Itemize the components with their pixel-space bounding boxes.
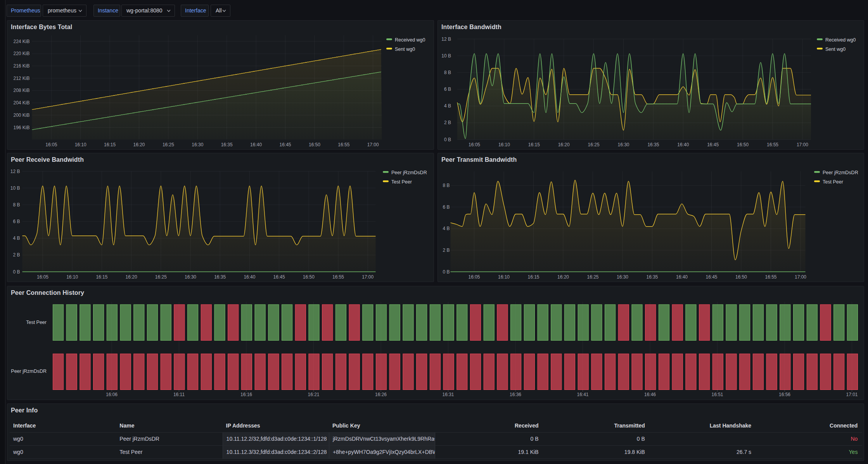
svg-text:16:10: 16:10 [498,274,510,280]
svg-text:16:35: 16:35 [214,274,226,280]
svg-text:16:50: 16:50 [737,142,749,147]
svg-text:16:20: 16:20 [133,142,145,147]
svg-text:16:21: 16:21 [308,392,319,397]
svg-text:8 B: 8 B [443,183,450,188]
svg-text:16:55: 16:55 [332,274,344,280]
svg-text:2 B: 2 B [444,120,451,125]
svg-text:10 B: 10 B [10,185,20,191]
svg-text:16:46: 16:46 [644,392,656,397]
svg-text:16:15: 16:15 [104,142,116,147]
svg-text:Peer jRzmDsDR: Peer jRzmDsDR [823,170,858,175]
svg-text:16:50: 16:50 [735,274,747,280]
svg-text:16:15: 16:15 [528,142,540,147]
svg-text:16:11: 16:11 [173,392,185,397]
svg-text:16:45: 16:45 [707,142,719,147]
svg-text:12 B: 12 B [10,169,20,174]
svg-text:16:26: 16:26 [375,392,387,397]
svg-text:16:45: 16:45 [279,142,291,147]
svg-text:16:25: 16:25 [155,274,167,280]
svg-text:16:25: 16:25 [587,274,598,280]
svg-text:Peer jRzmDsDR: Peer jRzmDsDR [11,369,47,374]
svg-text:17:00: 17:00 [367,142,379,147]
svg-text:16:05: 16:05 [37,274,48,280]
svg-text:16:35: 16:35 [646,274,658,280]
svg-text:16:25: 16:25 [588,142,600,147]
svg-text:16:40: 16:40 [244,274,255,280]
svg-text:16:41: 16:41 [577,392,588,397]
svg-text:Test Peer: Test Peer [391,179,412,185]
svg-text:Received wg0: Received wg0 [825,37,856,43]
svg-text:0 B: 0 B [443,269,450,275]
svg-text:16:05: 16:05 [45,142,57,147]
svg-text:16:06: 16:06 [106,392,118,397]
svg-text:Sent wg0: Sent wg0 [395,47,415,52]
svg-text:2 B: 2 B [13,252,20,258]
svg-text:16:55: 16:55 [765,274,776,280]
svg-text:17:00: 17:00 [362,274,373,280]
svg-text:16:20: 16:20 [558,142,570,147]
svg-text:16:55: 16:55 [767,142,778,147]
svg-text:16:45: 16:45 [273,274,285,280]
svg-text:16:40: 16:40 [676,274,688,280]
svg-text:216 KiB: 216 KiB [13,63,29,69]
svg-text:10 B: 10 B [441,53,451,59]
svg-text:16:05: 16:05 [469,142,480,147]
svg-text:16:51: 16:51 [711,392,723,397]
svg-text:Sent wg0: Sent wg0 [825,47,846,52]
svg-text:200 KiB: 200 KiB [13,113,29,118]
svg-text:224 KiB: 224 KiB [13,39,29,44]
svg-text:16:10: 16:10 [498,142,510,147]
svg-text:17:01: 17:01 [846,392,858,397]
svg-text:16:30: 16:30 [185,274,196,280]
svg-text:16:50: 16:50 [309,142,320,147]
svg-text:16:50: 16:50 [303,274,315,280]
svg-text:16:55: 16:55 [338,142,349,147]
svg-text:Test Peer: Test Peer [823,179,843,185]
svg-text:4 B: 4 B [444,103,451,109]
svg-text:212 KiB: 212 KiB [13,76,29,81]
svg-text:16:15: 16:15 [527,274,539,280]
svg-text:4 B: 4 B [13,235,20,241]
svg-text:196 KiB: 196 KiB [13,125,29,130]
svg-text:16:20: 16:20 [126,274,137,280]
svg-text:16:20: 16:20 [557,274,569,280]
svg-text:4 B: 4 B [443,226,450,231]
svg-text:16:30: 16:30 [192,142,203,147]
svg-text:204 KiB: 204 KiB [13,100,29,106]
svg-text:16:35: 16:35 [647,142,659,147]
svg-text:16:25: 16:25 [163,142,174,147]
svg-text:16:31: 16:31 [442,392,454,397]
svg-text:6 B: 6 B [443,204,450,210]
svg-text:16:45: 16:45 [705,274,717,280]
svg-text:220 KiB: 220 KiB [13,51,29,56]
svg-text:16:30: 16:30 [617,142,629,147]
svg-text:Peer jRzmDsDR: Peer jRzmDsDR [391,170,427,175]
svg-text:2 B: 2 B [443,248,450,253]
svg-text:0 B: 0 B [13,269,20,275]
svg-text:Received wg0: Received wg0 [395,37,425,43]
svg-text:16:40: 16:40 [250,142,262,147]
svg-text:208 KiB: 208 KiB [13,88,29,93]
svg-text:16:40: 16:40 [677,142,689,147]
svg-text:16:10: 16:10 [66,274,78,280]
svg-text:17:00: 17:00 [797,142,808,147]
svg-text:17:00: 17:00 [795,274,806,280]
svg-text:16:30: 16:30 [617,274,628,280]
svg-text:16:05: 16:05 [468,274,480,280]
svg-text:6 B: 6 B [13,219,20,224]
svg-text:8 B: 8 B [444,70,451,75]
svg-text:6 B: 6 B [444,87,451,92]
svg-text:16:35: 16:35 [221,142,233,147]
svg-text:16:56: 16:56 [779,392,790,397]
svg-text:12 B: 12 B [441,36,451,42]
svg-text:16:15: 16:15 [96,274,107,280]
svg-text:16:36: 16:36 [510,392,521,397]
svg-text:Test Peer: Test Peer [26,320,47,325]
svg-text:16:10: 16:10 [75,142,86,147]
svg-text:8 B: 8 B [13,202,20,208]
svg-text:16:16: 16:16 [240,392,252,397]
svg-text:0 B: 0 B [444,137,451,142]
